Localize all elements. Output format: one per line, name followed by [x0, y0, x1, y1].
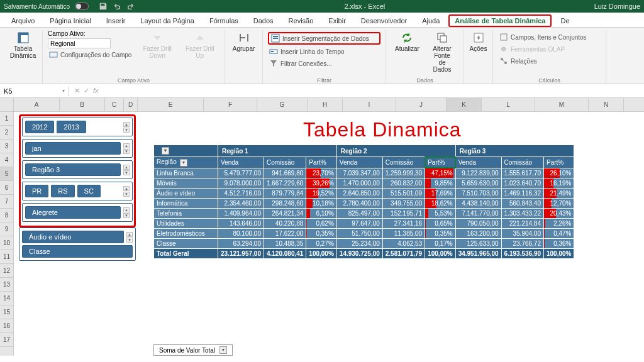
- chip-audio[interactable]: Áudio e vídeo: [22, 231, 124, 243]
- tab-ajuda[interactable]: Ajuda: [416, 14, 446, 27]
- chip-regiao3[interactable]: Região 3: [25, 163, 121, 176]
- row-header[interactable]: 1: [0, 112, 13, 126]
- slicer-region[interactable]: Região 3 ▲▼: [22, 160, 133, 179]
- col-header[interactable]: C: [105, 98, 124, 111]
- tab-inserir[interactable]: Inserir: [100, 14, 132, 27]
- redo-icon[interactable]: [126, 2, 135, 11]
- config-campo-button[interactable]: Configurações do Campo: [48, 50, 133, 60]
- tab-dados[interactable]: Dados: [247, 14, 280, 27]
- row-header[interactable]: 9: [0, 222, 13, 236]
- pivot-table-icon: [17, 31, 30, 44]
- col-header[interactable]: A: [14, 98, 60, 111]
- relacoes-button[interactable]: Relações: [498, 56, 601, 66]
- agrupar-button[interactable]: Agrupar: [230, 30, 257, 53]
- slicer-city[interactable]: Alegrete ▲▼: [22, 203, 133, 222]
- tab-arquivo[interactable]: Arquivo: [5, 14, 41, 27]
- slicer-month[interactable]: jan ▲▼: [22, 139, 133, 158]
- tab-layout[interactable]: Layout da Página: [134, 14, 201, 27]
- pivot-table[interactable]: ▾Região 1Região 2Região 3Região ▾VendaCo…: [153, 145, 574, 259]
- slicer-category[interactable]: Áudio e vídeo ▲▼ Classe: [19, 228, 136, 261]
- row-header[interactable]: 13: [0, 278, 13, 292]
- col-header[interactable]: M: [535, 98, 589, 111]
- chip-2013[interactable]: 2013: [57, 121, 86, 133]
- chip-jan[interactable]: jan: [25, 142, 121, 155]
- slicer-spin[interactable]: ▲▼: [123, 165, 130, 175]
- filtrar-conexoes-button[interactable]: Filtrar Conexões...: [268, 58, 380, 69]
- tab-design[interactable]: De: [554, 14, 575, 27]
- name-box[interactable]: K5 ▾: [0, 86, 69, 96]
- tab-desenvolvedor[interactable]: Desenvolvedor: [355, 14, 413, 27]
- col-header[interactable]: H: [308, 98, 343, 111]
- group-filtrar: Filtrar: [263, 77, 386, 84]
- chip-classe[interactable]: Classe: [22, 245, 133, 258]
- col-header[interactable]: F: [204, 98, 257, 111]
- row-header[interactable]: 3: [0, 140, 13, 153]
- formula-input[interactable]: [104, 90, 644, 92]
- autosave-label: Salvamento Automático: [4, 3, 70, 10]
- inserir-linha-tempo-button[interactable]: Inserir Linha do Tempo: [268, 47, 380, 57]
- col-header[interactable]: D: [124, 98, 138, 111]
- col-header[interactable]: G: [257, 98, 308, 111]
- slicer-spin[interactable]: ▲▼: [123, 143, 130, 154]
- row-header[interactable]: 6: [0, 181, 13, 195]
- tab-revisao[interactable]: Revisão: [282, 14, 320, 27]
- col-header[interactable]: B: [60, 98, 105, 111]
- chip-sc[interactable]: SC: [77, 185, 101, 197]
- save-icon[interactable]: [99, 2, 108, 11]
- acoes-button[interactable]: Ações: [469, 30, 487, 53]
- autosave-toggle[interactable]: [75, 3, 89, 10]
- row-header[interactable]: 8: [0, 209, 13, 222]
- chip-rs[interactable]: RS: [51, 185, 74, 197]
- tab-formulas[interactable]: Fórmulas: [203, 14, 245, 27]
- undo-icon[interactable]: [113, 2, 121, 11]
- col-header[interactable]: N: [589, 98, 624, 111]
- chevron-down-icon[interactable]: ▾: [219, 346, 227, 354]
- slicer-spin[interactable]: ▲▼: [126, 232, 133, 243]
- cancel-formula-icon[interactable]: ✕: [74, 87, 80, 95]
- svg-rect-6: [273, 38, 278, 39]
- page-title: Tabela Dinamica: [303, 118, 462, 141]
- row-header[interactable]: 17: [0, 333, 13, 347]
- row-header[interactable]: 12: [0, 264, 13, 278]
- row-header[interactable]: 5: [0, 167, 13, 181]
- atualizar-button[interactable]: Atualizar: [391, 30, 423, 74]
- sum-value-box[interactable]: Soma de Valor Total ▾: [153, 344, 233, 356]
- fields-icon: [499, 33, 508, 41]
- slicer-year[interactable]: 2012 2013 ▲▼: [22, 118, 133, 136]
- tab-pagina-inicial[interactable]: Página Inicial: [43, 14, 97, 27]
- enter-formula-icon[interactable]: ✓: [84, 87, 89, 95]
- row-header[interactable]: 16: [0, 319, 13, 333]
- slicer-state[interactable]: PR RS SC ▲▼: [22, 182, 133, 200]
- row-header[interactable]: 11: [0, 250, 13, 264]
- col-header[interactable]: E: [138, 98, 204, 111]
- row-header[interactable]: 2: [0, 126, 13, 140]
- inserir-segmentacao-button[interactable]: Inserir Segmentação de Dados: [268, 32, 380, 45]
- chip-2012[interactable]: 2012: [25, 121, 54, 133]
- tab-exibir[interactable]: Exibir: [322, 14, 352, 27]
- group-dados: Dados: [386, 77, 464, 84]
- row-header[interactable]: 4: [0, 153, 13, 167]
- fx-icon[interactable]: fx: [93, 87, 99, 95]
- slicer-spin[interactable]: ▲▼: [123, 207, 130, 218]
- chip-alegrete[interactable]: Alegrete: [25, 206, 121, 219]
- col-header[interactable]: K: [447, 98, 482, 111]
- user-name: Luiz Domingue: [594, 3, 640, 10]
- chevron-down-icon[interactable]: ▾: [62, 88, 65, 94]
- col-header[interactable]: I: [343, 98, 396, 111]
- sheet-content[interactable]: 2012 2013 ▲▼ jan ▲▼ Região 3 ▲▼ PR RS: [14, 112, 644, 356]
- campos-conjuntos-button[interactable]: Campos, Itens e Conjuntos: [498, 32, 601, 42]
- slicer-spin[interactable]: ▲▼: [123, 122, 130, 133]
- row-header[interactable]: 7: [0, 195, 13, 209]
- row-header[interactable]: 10: [0, 236, 13, 250]
- slicer-spin[interactable]: ▲▼: [123, 186, 130, 197]
- col-header[interactable]: J: [396, 98, 447, 111]
- col-header[interactable]: L: [482, 98, 535, 111]
- data-source-icon: [436, 31, 448, 44]
- tabela-dinamica-button[interactable]: Tabela Dinâmica: [9, 30, 37, 60]
- row-header[interactable]: 14: [0, 292, 13, 305]
- tab-analise-tabela-dinamica[interactable]: Análise de Tabela Dinâmica: [448, 14, 552, 27]
- alterar-fonte-button[interactable]: Alterar Fonte de Dados: [426, 30, 458, 74]
- chip-pr[interactable]: PR: [25, 185, 48, 197]
- row-header[interactable]: 15: [0, 305, 13, 319]
- campo-ativo-input[interactable]: [48, 38, 111, 48]
